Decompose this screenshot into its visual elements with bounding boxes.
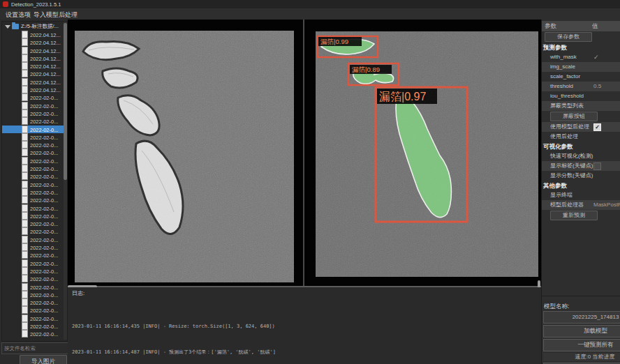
menu-import-model-post[interactable]: 导入模型后处理 — [31, 10, 80, 20]
param-value[interactable]: MaskPostPro — [593, 200, 620, 210]
file-tree-item-label: 2022.04.12... — [30, 48, 61, 54]
file-tree-item[interactable]: 2022-02-0... — [2, 227, 67, 235]
param-row-mask-type-list[interactable]: 屏蔽类型列表 — [542, 101, 620, 111]
file-tree-item[interactable]: 2022-02-0... — [2, 172, 67, 180]
title-bar[interactable]: Detection_2023.1.5.1 — [0, 0, 620, 8]
file-tree-item[interactable]: 2022-02-0... — [2, 251, 67, 259]
section-other-params: 其他参数 — [542, 181, 620, 190]
file-tree-item[interactable]: 2022-02-0... — [2, 275, 67, 282]
file-icon — [22, 227, 28, 235]
file-tree-item[interactable]: 2022.04.12... — [2, 54, 67, 62]
param-row-show-label[interactable]: 显示标签(关键点) — [542, 161, 620, 171]
save-params-button[interactable]: 保存参数 — [545, 32, 592, 42]
file-tree-item[interactable]: 2022-02-0... — [2, 204, 67, 212]
checkbox-checked-icon[interactable]: ✓ — [593, 123, 601, 131]
file-tree-item[interactable]: 2022-02-0... — [2, 109, 67, 117]
param-row-with-mask[interactable]: with_mask ✓ — [542, 52, 620, 62]
file-tree-item[interactable]: 2022-02-0... — [2, 126, 67, 133]
file-tree-item[interactable]: 2022.04.12... — [2, 38, 67, 46]
file-tree-item[interactable]: 2022-02-0... — [2, 330, 67, 338]
file-tree-item[interactable]: 2022-02-0... — [2, 212, 67, 220]
tree-scrollbar-thumb[interactable] — [64, 23, 67, 180]
param-row-threshold[interactable]: threshold 0.5 — [542, 82, 620, 91]
file-icon — [22, 141, 28, 149]
param-row-scale-factor[interactable]: scale_factor — [542, 72, 620, 82]
file-tree-item-label: 2022-02-0... — [30, 119, 58, 125]
file-tree-item[interactable]: 2022-02-0... — [2, 283, 67, 291]
log-panel[interactable]: 日志: 2023-01-11 16:16:14,435 |INFO| - Res… — [68, 287, 541, 364]
load-model-button[interactable]: 加载模型 — [543, 325, 620, 338]
file-tree-item[interactable]: 2022-02-0... — [2, 291, 67, 298]
chevron-down-icon[interactable] — [5, 25, 10, 29]
image-noise-top — [75, 31, 294, 282]
file-icon — [22, 298, 28, 306]
file-tree-item-label: 2022-02-0... — [30, 331, 58, 338]
file-tree-item[interactable]: 2022-02-0... — [2, 133, 67, 141]
param-row-show-score[interactable]: 显示分数(关键点) — [542, 171, 620, 181]
file-tree-item[interactable]: 2022-02-0... — [2, 102, 67, 109]
file-tree-item[interactable]: 2022-02-0... — [2, 181, 67, 188]
checkbox-empty-icon[interactable] — [593, 162, 601, 170]
image-noise-top — [316, 31, 538, 277]
file-tree-item[interactable]: 2022-02-0... — [2, 157, 67, 165]
file-tree-item[interactable]: 2022.04.12... — [2, 62, 67, 70]
param-row-quick-vis[interactable]: 快速可视化(检测) — [542, 151, 620, 161]
file-tree-item[interactable]: 2022-02-0... — [2, 220, 67, 227]
repredict-button[interactable]: 重新预测 — [550, 211, 598, 220]
file-tree-item[interactable]: 2022-02-0... — [2, 141, 67, 149]
param-row-show-terminal[interactable]: 显示终端 — [542, 190, 620, 200]
file-tree-item[interactable]: 2022-02-0... — [2, 117, 67, 125]
file-tree-item[interactable]: 2022.04.12... — [2, 70, 67, 77]
file-tree-item[interactable]: 2022-02-0... — [2, 243, 67, 251]
file-tree-item[interactable]: 2022.04.12... — [2, 86, 67, 93]
original-image-canvas[interactable] — [75, 31, 294, 282]
file-tree-item[interactable]: 2022-02-0... — [2, 259, 67, 267]
file-tree-item-label: 2022-02-0... — [30, 158, 58, 165]
param-row-img-scale[interactable]: img_scale — [542, 62, 620, 72]
file-icon — [22, 78, 28, 86]
file-tree-item[interactable]: 2022-02-0... — [2, 298, 67, 306]
image-viewer-area: 漏箔|0.99 漏箔|0.89 漏箔|0.97 — [68, 20, 541, 286]
param-row-use-model-post[interactable]: 使用模型后处理 ✓ — [542, 122, 620, 132]
param-row-use-post[interactable]: 使用后处理 — [542, 132, 620, 142]
file-tree-item[interactable]: 2022.04.12... — [2, 47, 67, 54]
file-tree-root[interactable]: Z:/5-标注数据/... — [2, 22, 67, 31]
param-label: scale_factor — [550, 72, 580, 82]
file-tree-item[interactable]: 2022-02-0... — [2, 149, 67, 156]
viewer-splitter[interactable] — [303, 20, 304, 286]
menu-settings[interactable]: 设置选项 — [3, 10, 34, 20]
prediction-image-canvas[interactable]: 漏箔|0.99 漏箔|0.89 漏箔|0.97 — [316, 31, 538, 277]
file-tree-item[interactable]: 2022-02-0... — [2, 322, 67, 330]
file-tree-item[interactable]: 2022-02-0... — [2, 236, 67, 243]
param-row-model-post[interactable]: 模型后处理器 MaskPostPro — [542, 200, 620, 210]
file-tree-item[interactable]: 2022-02-0... — [2, 93, 67, 101]
file-tree-item-label: 2022-02-0... — [30, 316, 58, 322]
predict-all-button[interactable]: 一键预测所有 — [543, 339, 620, 351]
model-name-field[interactable]: 20221225_174813 — [543, 311, 620, 324]
file-tree-item[interactable]: 2022-02-0... — [2, 267, 67, 275]
file-icon — [22, 31, 28, 38]
param-label: iou_threshold — [550, 91, 584, 101]
param-label: 显示终端 — [550, 190, 573, 200]
file-tree-item[interactable]: 2022-02-0... — [2, 306, 67, 314]
file-tree-item[interactable]: 2022.04.12... — [2, 78, 67, 86]
import-images-button[interactable]: 导入图片 — [20, 355, 67, 364]
file-tree-item-label: 2022.04.12... — [30, 56, 61, 62]
param-label: 快速可视化(检测) — [550, 151, 593, 161]
file-icon — [22, 251, 28, 259]
search-input[interactable] — [1, 342, 71, 354]
file-icon — [22, 165, 28, 172]
param-row-iou-threshold[interactable]: iou_threshold — [542, 91, 620, 101]
file-tree-item[interactable]: 2022-02-0... — [2, 188, 67, 196]
mask-button[interactable]: 屏蔽按钮 — [550, 112, 598, 121]
file-tree-item[interactable]: 2022.04.12... — [2, 31, 67, 38]
file-tree[interactable]: Z:/5-标注数据/... 2022.04.12... 2022.04.12..… — [1, 21, 68, 342]
tree-scrollbar[interactable] — [64, 22, 67, 340]
file-tree-item[interactable]: 2022-02-0... — [2, 314, 67, 322]
param-check-value[interactable]: ✓ — [593, 52, 599, 62]
file-tree-item[interactable]: 2022-02-0... — [2, 165, 67, 172]
file-tree-item[interactable]: 2022-02-0... — [2, 196, 67, 204]
file-tree-item-label: 2022-02-0... — [30, 221, 58, 227]
log-title: 日志: — [72, 289, 84, 297]
param-value[interactable]: 0.5 — [593, 82, 601, 91]
